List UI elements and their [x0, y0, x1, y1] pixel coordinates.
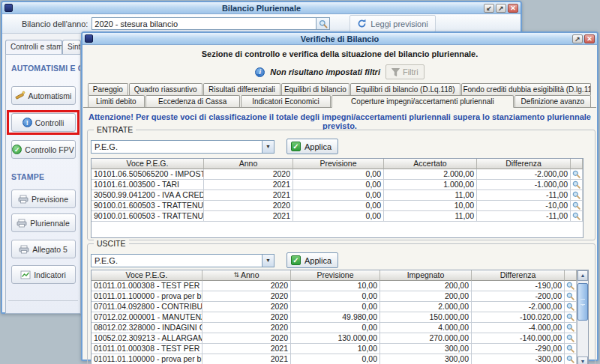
printer-icon — [16, 219, 27, 228]
col-impegnato[interactable]: Impegnato — [380, 270, 472, 281]
cell-anno: 2020 — [202, 312, 291, 323]
table-row[interactable]: 01011.01.100000 - prova per bilancio2021… — [92, 354, 577, 364]
cell-differenza: -11,00 — [477, 211, 571, 222]
row-detail-magnifier-button[interactable] — [571, 201, 583, 211]
cell-differenza: -4.000,00 — [472, 323, 565, 333]
cell-previsione: 49.980,00 — [291, 312, 380, 323]
row-detail-magnifier-button[interactable] — [565, 291, 577, 302]
tab-equilibri-di-bilancio-118[interactable]: Equilibri di bilancio (D.Lq.118) — [350, 83, 461, 95]
table-row[interactable]: 01011.01.000308 - TEST PER CAPANNOLI2020… — [92, 281, 577, 291]
magnifier-icon — [566, 303, 574, 311]
row-detail-magnifier-button[interactable] — [565, 281, 577, 291]
window-maximize-button[interactable]: ↗ — [496, 4, 506, 13]
table-row[interactable]: 08012.02.328000 - INDAGINI GEOGNOSTICHE2… — [92, 323, 577, 333]
tab-eccedenza-di-cassa[interactable]: Eccedenza di Cassa — [146, 95, 240, 107]
row-detail-magnifier-button[interactable] — [565, 323, 577, 333]
col-anno[interactable]: Anno — [204, 159, 293, 169]
row-detail-magnifier-button[interactable] — [565, 312, 577, 323]
col-differenza[interactable]: Differenza — [477, 159, 571, 169]
table-row[interactable]: 07011.04.092800 - CONTRIBUTI PER ATTIVIT… — [92, 302, 577, 312]
scroll-down-icon[interactable]: ▼ — [578, 357, 588, 364]
table-row[interactable]: 10052.02.309213 - ALLARGAMENTO STRADA DA… — [92, 333, 577, 344]
col-previsione[interactable]: Previsione — [291, 270, 380, 281]
uscite-scrollbar[interactable]: ▲ ▼ — [577, 270, 588, 364]
chevron-down-icon[interactable]: ▼ — [262, 255, 274, 267]
table-row[interactable]: 07012.02.000001 - MANUTENZIONE STADIO202… — [92, 312, 577, 323]
row-detail-magnifier-button[interactable] — [571, 190, 583, 201]
magnifier-icon — [572, 181, 580, 189]
tab-equilibri-di-bilancio[interactable]: Equilibri di bilancio — [281, 83, 350, 95]
table-row[interactable]: 01011.01.100000 - prova per bilancio2020… — [92, 291, 577, 302]
table-row[interactable]: 90100.01.600503 - TRATTENUTA IVA PE20210… — [92, 211, 583, 222]
previsione-button[interactable]: Previsione — [11, 189, 76, 208]
tab-indicatori-economici[interactable]: Indicatori Economici — [241, 95, 331, 107]
row-detail-magnifier-button[interactable] — [571, 211, 583, 222]
col-anno[interactable]: ⇅Anno — [202, 270, 291, 281]
cell-voce: 90100.01.600503 - TRATTENUTA IVA PE — [92, 211, 204, 222]
cell-previsione: 0,00 — [293, 190, 384, 201]
col-differenza[interactable]: Differenza — [472, 270, 565, 281]
tab-limiti-debito[interactable]: Limiti debito — [88, 95, 145, 107]
tab-fondo-crediti-dubbia-esigibilita[interactable]: Fondo crediti dubbia esigibilità (D.lg.1… — [461, 83, 591, 95]
section-stampe-title: STAMPE — [6, 169, 80, 184]
dialog-maximize-button[interactable]: ↗ — [572, 34, 583, 43]
uscite-applica-button[interactable]: ✓ Applica — [286, 252, 338, 268]
row-detail-magnifier-button[interactable] — [565, 302, 577, 312]
cell-anno: 2021 — [204, 211, 293, 222]
col-previsione[interactable]: Previsione — [293, 159, 384, 169]
col-voce-peg[interactable]: Voce P.E.G. — [92, 270, 202, 281]
app-icon — [4, 4, 13, 12]
cell-impegnato: 200,00 — [380, 291, 472, 302]
table-row[interactable]: 10101.61.003500 - TARI20210,001.000,00-1… — [92, 180, 583, 190]
controllo-fpv-button[interactable]: ✓ Controllo FPV — [11, 140, 76, 159]
automatismi-button[interactable]: Automatismi — [11, 86, 76, 105]
year-search-button[interactable] — [316, 17, 330, 30]
row-detail-magnifier-button[interactable] — [565, 354, 577, 364]
scroll-up-icon[interactable]: ▲ — [578, 270, 588, 281]
cell-voce: 01011.01.000308 - TEST PER CAPANNOLI — [92, 281, 202, 291]
row-detail-magnifier-button[interactable] — [565, 344, 577, 354]
chevron-down-icon[interactable]: ▼ — [262, 141, 274, 153]
table-row[interactable]: 90100.01.600503 - TRATTENUTA IVA PE20200… — [92, 201, 583, 211]
tab-risultati-differenziali[interactable]: Risultati differenziali — [203, 83, 280, 95]
cell-impegnato: 270.000,00 — [380, 333, 472, 344]
info-icon: i — [255, 67, 265, 77]
uscite-classification-select[interactable]: P.E.G. ▼ — [91, 254, 274, 267]
window-close-button[interactable]: ✕ — [508, 4, 518, 13]
controlli-button[interactable]: ! Controlli — [11, 113, 76, 132]
col-voce-peg[interactable]: Voce P.E.G. — [92, 159, 204, 169]
entrate-applica-button[interactable]: ✓ Applica — [286, 139, 338, 154]
filtri-button[interactable]: Filtri — [386, 64, 424, 79]
printer-icon — [18, 195, 28, 204]
allegato-5-button[interactable]: Allegato 5 — [11, 240, 76, 258]
col-accertato[interactable]: Accertato — [384, 159, 477, 169]
tab-coperture-impegni-accertamenti[interactable]: Coperture impegni/accertamenti plurienna… — [332, 95, 514, 108]
warning-text: Attenzione! Per queste voci di classific… — [83, 112, 596, 130]
dialog-title: Verifiche di Bilancio — [82, 34, 597, 43]
leggi-previsioni-button[interactable]: Leggi previsioni — [350, 15, 435, 32]
tab-quadro-riassuntivo[interactable]: Quadro riassuntivo — [129, 83, 202, 95]
cell-voce: 10101.61.003500 - TARI — [92, 180, 204, 190]
dialog-close-button[interactable]: ✕ — [584, 34, 595, 43]
year-input[interactable] — [92, 17, 316, 30]
indicatori-button[interactable]: Indicatori — [11, 265, 76, 284]
row-detail-magnifier-button[interactable] — [565, 333, 577, 344]
row-detail-magnifier-button[interactable] — [571, 180, 583, 190]
row-detail-magnifier-button[interactable] — [571, 169, 583, 180]
entrate-classification-select[interactable]: P.E.G. ▼ — [91, 140, 274, 154]
sidebar-tab-sintesi[interactable]: Sint — [62, 40, 81, 54]
table-row[interactable]: 01011.01.000308 - TEST PER CAPANNOLI2021… — [92, 344, 577, 354]
table-row[interactable]: 10101.06.505065200 - IMPOSTA COMUN20200,… — [92, 169, 583, 180]
cell-voce: 01011.01.000308 - TEST PER CAPANNOLI — [92, 344, 202, 354]
cell-voce: 07011.04.092800 - CONTRIBUTI PER ATTIVIT… — [92, 302, 202, 312]
tab-definizione-avanzo[interactable]: Definizione avanzo — [514, 95, 591, 107]
pluriennale-button[interactable]: Pluriennale — [11, 213, 76, 232]
tab-pareggio[interactable]: Pareggio — [88, 83, 128, 95]
sidebar-tab-controlli-e-stampe[interactable]: Controlli e stampe — [5, 40, 62, 54]
window-restore-button[interactable]: ↙ — [484, 4, 494, 13]
table-row[interactable]: 30500.99.041200 - IVA A CREDITO SUI S202… — [92, 190, 583, 201]
main-titlebar: Bilancio Pluriennale ↙ ↗ ✕ — [2, 2, 520, 14]
cell-accertato: 2.000,00 — [384, 169, 477, 180]
magnifier-icon — [566, 345, 574, 353]
scrollbar-thumb[interactable] — [578, 283, 588, 321]
